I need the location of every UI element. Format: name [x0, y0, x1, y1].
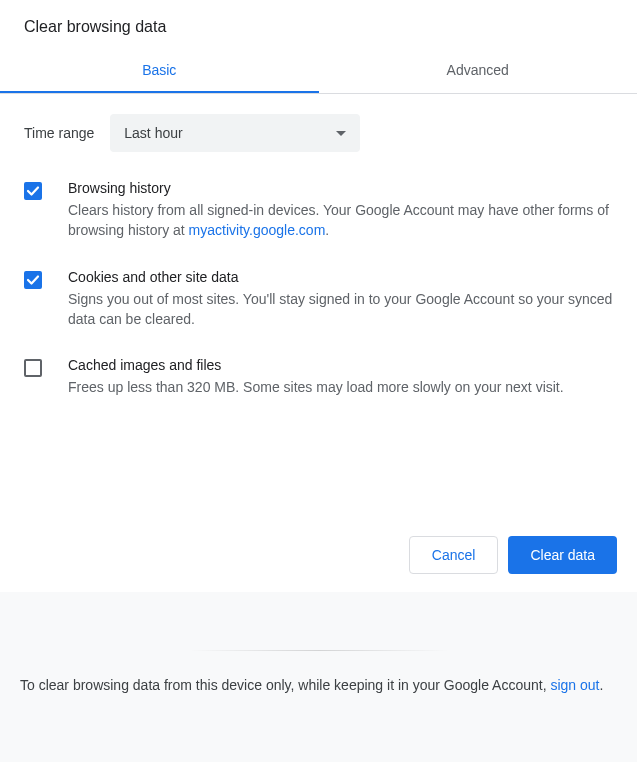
dialog-title: Clear browsing data	[0, 0, 637, 48]
option-browsing-history: Browsing history Clears history from all…	[24, 180, 613, 241]
option-description: Clears history from all signed-in device…	[68, 200, 613, 241]
tab-bar: Basic Advanced	[0, 48, 637, 94]
checkbox-browsing-history[interactable]	[24, 182, 42, 200]
sign-out-link[interactable]: sign out	[550, 677, 599, 693]
tab-basic[interactable]: Basic	[0, 48, 319, 93]
divider	[189, 650, 449, 651]
checkmark-icon	[26, 184, 40, 198]
option-description: Frees up less than 320 MB. Some sites ma…	[68, 377, 613, 397]
dialog-footer: To clear browsing data from this device …	[0, 592, 637, 762]
clear-browsing-data-dialog: Clear browsing data Basic Advanced Time …	[0, 0, 637, 762]
time-range-value: Last hour	[124, 125, 182, 141]
chevron-down-icon	[336, 131, 346, 136]
clear-data-button[interactable]: Clear data	[508, 536, 617, 574]
checkbox-cached[interactable]	[24, 359, 42, 377]
dialog-buttons: Cancel Clear data	[0, 536, 637, 592]
footer-text: To clear browsing data from this device …	[20, 675, 617, 697]
checkbox-cookies[interactable]	[24, 271, 42, 289]
option-title: Browsing history	[68, 180, 613, 196]
time-range-row: Time range Last hour	[24, 114, 613, 152]
tab-advanced[interactable]: Advanced	[319, 48, 638, 93]
checkmark-icon	[26, 273, 40, 287]
option-cached: Cached images and files Frees up less th…	[24, 357, 613, 397]
option-description: Signs you out of most sites. You'll stay…	[68, 289, 613, 330]
cancel-button[interactable]: Cancel	[409, 536, 499, 574]
option-cookies: Cookies and other site data Signs you ou…	[24, 269, 613, 330]
time-range-label: Time range	[24, 125, 94, 141]
myactivity-link[interactable]: myactivity.google.com	[189, 222, 326, 238]
option-title: Cookies and other site data	[68, 269, 613, 285]
option-title: Cached images and files	[68, 357, 613, 373]
time-range-select[interactable]: Last hour	[110, 114, 360, 152]
options-body: Time range Last hour Browsing history Cl…	[0, 94, 637, 425]
